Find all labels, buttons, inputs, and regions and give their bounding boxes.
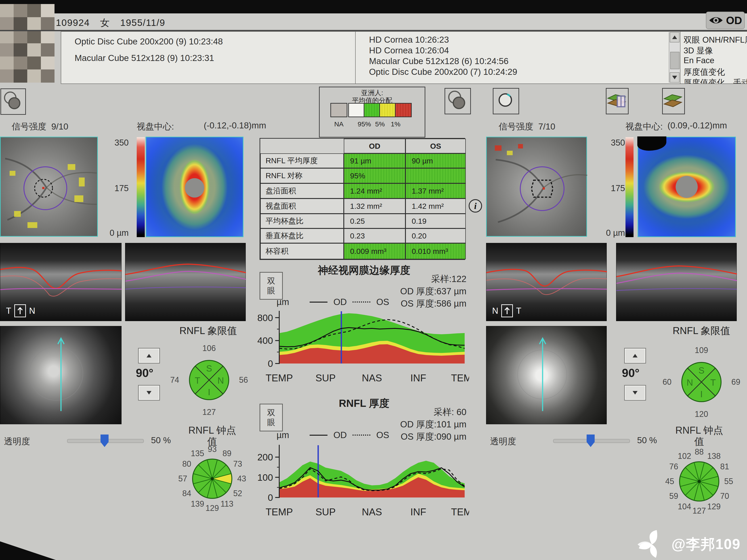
clock-value-6: 127	[693, 506, 706, 515]
top-black-bar	[0, 0, 747, 14]
table-cell: 0.20	[406, 229, 466, 243]
menu-item-enface[interactable]: En Face	[684, 56, 714, 65]
os-thickness-colorbar	[625, 137, 634, 237]
register-scans-button[interactable]	[0, 88, 26, 115]
svg-text:SUP: SUP	[315, 372, 336, 383]
od-thickness-map	[146, 137, 243, 237]
os-fundus-image	[486, 137, 587, 237]
os-signal-strength: 信号强度 7/10	[498, 121, 555, 133]
svg-text:400: 400	[257, 336, 273, 346]
layers-button[interactable]	[662, 88, 685, 114]
table-cell: 1.42 mm²	[406, 198, 466, 214]
slider-thumb[interactable]	[101, 434, 108, 447]
svg-text:100: 100	[257, 472, 273, 483]
register-scans-button-2[interactable]	[444, 88, 471, 114]
clock-value-12: 93	[208, 445, 217, 454]
legend-swatch-green	[364, 103, 380, 117]
unit-label: µm	[277, 430, 289, 440]
menu-item-thickness-change-manual[interactable]: 厚度值变化 手动选择	[684, 77, 747, 84]
menu-item-thickness-change[interactable]: 厚度值变化	[684, 66, 725, 78]
up-arrow-icon	[14, 304, 26, 317]
quadrant-value-nasal: 56	[239, 375, 248, 385]
od-line-sample	[310, 302, 328, 302]
circle-tool-button[interactable]	[493, 88, 519, 114]
table-header-os: OS	[406, 139, 466, 153]
svg-text:SUP: SUP	[315, 506, 336, 517]
censored-name-mosaic	[0, 4, 54, 83]
os-quadrant-wheel: 109 60 69 120 S N T I	[664, 344, 740, 420]
table-cell: 0.19	[406, 214, 466, 229]
layers-window-icon	[607, 89, 626, 112]
rotate-up-button[interactable]	[138, 348, 160, 364]
eye-icon	[709, 16, 723, 25]
legend-label-95: 95%	[358, 121, 371, 128]
layers-icon	[663, 89, 683, 112]
menu-item-onh-rnfl[interactable]: 双眼 ONH/RNFL厚度显示	[684, 34, 747, 46]
scan-list-item[interactable]: HD Cornea 10:26:23	[369, 35, 449, 45]
os-disc-center-value: (0.09,-0.12)mm	[668, 121, 727, 130]
quadrant-value-temporal: 74	[170, 375, 179, 385]
patient-sex: 女	[100, 18, 110, 28]
clock-value-8: 59	[669, 491, 678, 501]
rotate-up-button-os[interactable]	[624, 348, 646, 364]
slider-thumb[interactable]	[587, 434, 595, 447]
table-cell: 0.010 mm³	[406, 243, 466, 259]
table-cell: 90 µm	[406, 153, 466, 168]
rim-tsnit-chart[interactable]: 0400800TEMPSUPNASINFTEMP	[255, 310, 469, 383]
scrollbar-thumb[interactable]	[670, 52, 679, 69]
scan-list-item[interactable]: Optic Disc Cube 200x200 (9) 10:23:48	[75, 36, 223, 47]
eye-toggle-button[interactable]: OD	[706, 11, 745, 29]
rim-both-eyes-button[interactable]: 双眼	[260, 272, 283, 300]
eye-toggle-label: OD	[726, 14, 742, 27]
arrow-down-icon	[147, 391, 151, 395]
onh-summary-table: OD OS RNFL 平均厚度 91 µm 90 µm RNFL 对称 95% …	[260, 138, 465, 260]
os-thickness-map	[638, 137, 736, 237]
svg-text:0: 0	[268, 358, 273, 369]
patient-birthdate: 1955/11/9	[120, 18, 165, 28]
od-bscan-orientation: T N	[6, 304, 35, 317]
od-clock-wheel: 93 89 73 43 52 113 129 139 84 57 80 135	[174, 441, 250, 517]
unit-label: µm	[277, 297, 289, 307]
rotate-down-button-os[interactable]	[624, 385, 646, 401]
scan-list-item[interactable]: Optic Disc Cube 200x200 (7) 10:24:29	[369, 67, 517, 77]
clock-value-1: 89	[223, 449, 231, 458]
info-button[interactable]: i	[469, 199, 482, 213]
menu-item-3d[interactable]: 3D 显像	[684, 45, 713, 56]
os-clock-wheel: 88 138 81 55 70 129 127 104 59 45 76 102	[661, 444, 737, 519]
scan-list-item[interactable]: Macular Cube 512x128 (6) 10:24:56	[369, 56, 509, 66]
clock-value-7: 104	[678, 502, 691, 511]
os-line-sample	[353, 301, 370, 302]
scan-list-item[interactable]: HD Cornea 10:26:04	[369, 46, 449, 55]
arrow-up-icon	[147, 354, 151, 357]
scan-list-item[interactable]: Macular Cube 512x128 (9) 10:23:31	[75, 53, 214, 63]
oct-analysis-screen: 109924女1955/11/9 OD Optic Disc Cube 200x…	[0, 0, 747, 560]
table-cell: 1.32 mm²	[344, 198, 406, 214]
table-cell	[406, 168, 466, 183]
svg-text:0: 0	[268, 492, 273, 503]
table-row-label: 垂直杯盘比	[260, 229, 344, 243]
scroll-up-button[interactable]	[670, 32, 679, 43]
os-transparency-value: 50 %	[637, 435, 657, 445]
od-colorbar-350: 350	[104, 138, 129, 148]
scroll-down-button[interactable]	[670, 72, 679, 83]
od-transparency-slider[interactable]	[67, 439, 144, 443]
os-colorbar-0: 0 µm	[600, 228, 625, 238]
os-quadrant-title: RNFL 象限值	[673, 324, 730, 338]
scrollbar[interactable]	[669, 32, 679, 83]
rnfl-od-thickness: OD 厚度:101 µm	[341, 418, 466, 430]
svg-text:TEMP: TEMP	[451, 372, 469, 383]
table-cell: 0.23	[344, 229, 406, 243]
od-transparency-value: 50 %	[151, 435, 171, 445]
layers-window-button[interactable]	[606, 88, 628, 114]
rotate-down-button[interactable]	[138, 385, 160, 401]
od-transparency-label: 透明度	[4, 435, 30, 448]
watermark: @李邦109	[636, 530, 741, 559]
rnfl-tsnit-chart[interactable]: 0100200TEMPSUPNASINFTEMP	[255, 444, 469, 517]
os-transparency-slider[interactable]	[553, 439, 630, 443]
rnfl-both-eyes-button[interactable]: 双眼	[260, 404, 283, 431]
clock-value-3: 55	[724, 477, 733, 486]
od-quadrant-title: RNFL 象限值	[179, 324, 237, 338]
photo-corner-shadow	[0, 534, 56, 560]
leaf-logo-icon	[636, 530, 668, 559]
table-row-label: 杯容积	[260, 243, 344, 259]
